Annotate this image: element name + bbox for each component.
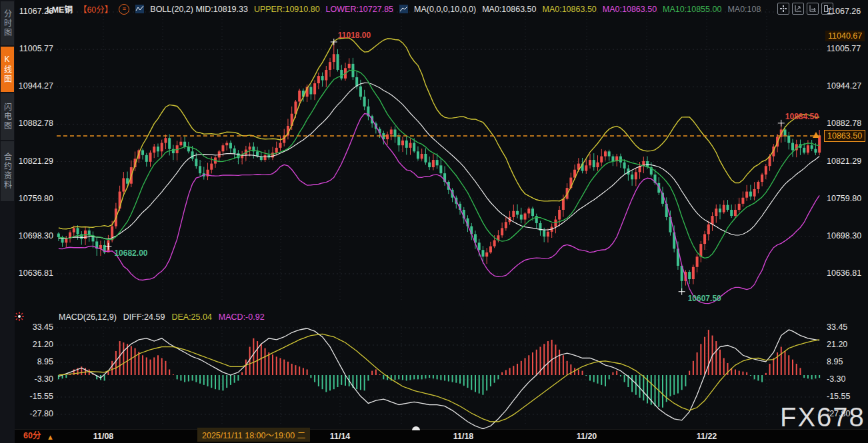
price-tick-left: 10636.81 xyxy=(12,268,53,278)
macd-tick-right: 21.20 xyxy=(827,340,868,349)
fx678-watermark: FX678 xyxy=(780,402,865,432)
timeline-thumb[interactable] xyxy=(412,426,420,430)
price-tick-left: 10821.29 xyxy=(12,157,53,166)
price-tick-right: 10944.27 xyxy=(827,81,868,91)
macd-params-label: MACD(26,12,9) xyxy=(59,312,117,322)
axis-zoom-right-icon[interactable] xyxy=(807,3,819,15)
ma10-green-value: MA10:10855.00 xyxy=(663,5,721,14)
macd-header: MACD(26,12,9) DIFF:24.59 DEA:25.04 MACD:… xyxy=(59,312,265,322)
low-annotation: 10607.50 xyxy=(688,294,721,303)
ma0-gray-value: MA0:108 xyxy=(727,5,761,14)
trading-app: 分时图 K线图 闪电图 合约资料 LME铜 【60分】 ≡ BOLL(20,2)… xyxy=(0,0,868,443)
high-annotation: 11018.00 xyxy=(338,31,371,40)
low-annotation: 10682.00 xyxy=(114,248,147,258)
price-tick-right: 10698.30 xyxy=(827,231,868,240)
date-label: 11/22 xyxy=(697,432,717,441)
boll-mid-value: BOLL(20,2) MID:10819.33 xyxy=(150,5,248,14)
ma0-yellow-value: MA0:10863.50 xyxy=(542,5,596,14)
ma-indicator-icon[interactable] xyxy=(399,5,408,13)
session-high-marker: 11040.67 xyxy=(825,31,865,41)
date-label: 11/20 xyxy=(577,432,597,441)
ma-params-label: MA(0,0,0,10,0,0) xyxy=(414,5,476,14)
date-label: 11/18 xyxy=(453,432,474,441)
date-label: 11/08 xyxy=(93,432,114,441)
sidebar-item-time-chart[interactable]: 分时图 xyxy=(1,1,14,45)
period-up-arrow-icon[interactable]: ▲ xyxy=(47,433,54,441)
macd-diff-value: DIFF:24.59 xyxy=(123,312,165,322)
macd-tick-left: 21.20 xyxy=(12,340,53,349)
macd-tick-right: -3.30 xyxy=(827,374,868,384)
price-tick-right: 11005.77 xyxy=(827,44,868,53)
macd-tick-right: 33.45 xyxy=(827,322,868,332)
chart-canvas[interactable] xyxy=(0,0,868,443)
last-price-marker: 10863.50 xyxy=(824,130,865,142)
macd-dea-value: DEA:25.04 xyxy=(171,312,211,322)
sidebar-item-kline-chart[interactable]: K线图 xyxy=(1,47,14,92)
chart-toolbar xyxy=(777,3,833,15)
price-tick-left: 10759.80 xyxy=(12,194,53,203)
macd-tick-left: 8.95 xyxy=(12,357,53,366)
price-tick-left: 10882.78 xyxy=(12,119,53,128)
symbol-label: LME铜 xyxy=(47,3,73,15)
macd-tick-right: -15.55 xyxy=(827,392,868,401)
ma0-magenta-value: MA0:10863.50 xyxy=(603,5,657,14)
price-tick-right: 10882.78 xyxy=(827,119,868,128)
macd-tick-left: 33.45 xyxy=(12,322,53,332)
period-label[interactable]: 【60分】 xyxy=(79,3,113,15)
pane-shift-icon[interactable] xyxy=(821,3,833,15)
macd-tick-left: -27.80 xyxy=(12,409,53,418)
status-bar xyxy=(0,429,868,443)
price-tick-left: 11005.77 xyxy=(12,44,53,53)
price-tick-right: 10636.81 xyxy=(827,268,868,278)
price-tick-right: 10821.29 xyxy=(827,157,868,166)
price-tick-left: 10944.27 xyxy=(12,81,53,91)
boll-upper-value: UPPER:10910.80 xyxy=(254,5,320,14)
price-tick-left: 10698.30 xyxy=(12,231,53,240)
macd-tick-left: -3.30 xyxy=(12,374,53,384)
macd-tick-right: 8.95 xyxy=(827,357,868,366)
boll-indicator-icon[interactable] xyxy=(135,5,144,13)
sidebar: 分时图 K线图 闪电图 合约资料 xyxy=(0,0,15,443)
axis-zoom-up-icon[interactable] xyxy=(792,3,804,15)
macd-macd-value: MACD:-0.92 xyxy=(219,312,265,322)
ma0-white-value: MA0:10863.50 xyxy=(482,5,536,14)
high-annotation: 10884.50 xyxy=(785,112,819,121)
indicator-header: LME铜 【60分】 ≡ BOLL(20,2) MID:10819.33 UPP… xyxy=(47,3,761,15)
price-tick-right: 10759.80 xyxy=(827,194,868,203)
sidebar-item-contract-info[interactable]: 合约资料 xyxy=(1,141,14,201)
boll-lower-value: LOWER:10727.85 xyxy=(326,5,393,14)
macd-tick-left: -15.55 xyxy=(12,392,53,401)
move-layout-icon[interactable] xyxy=(777,3,789,15)
date-label: 11/14 xyxy=(330,432,351,441)
period-indicator[interactable]: 60分 xyxy=(23,428,41,441)
time-range-tooltip: 2025/11/11 18:00～19:00 二 xyxy=(197,428,310,442)
sidebar-item-lightning-chart[interactable]: 闪电图 xyxy=(1,93,14,140)
settings-icon[interactable]: ≡ xyxy=(119,4,129,15)
